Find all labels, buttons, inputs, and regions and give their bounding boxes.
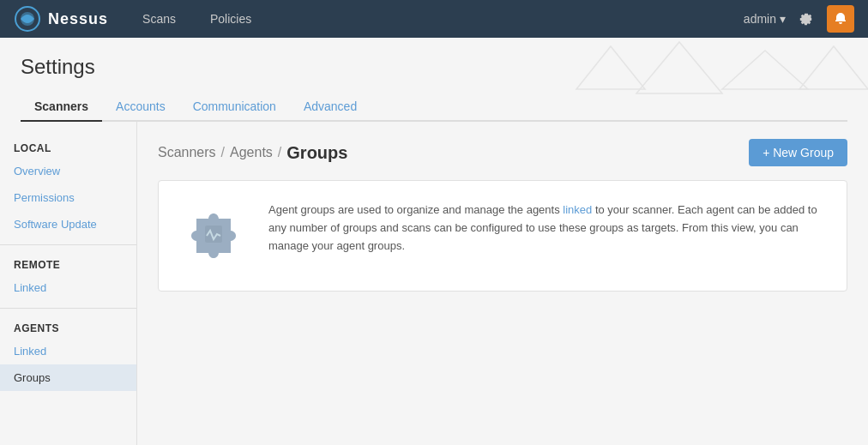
bell-icon xyxy=(834,12,847,26)
tab-scanners[interactable]: Scanners xyxy=(21,93,102,122)
topnav: Nessus Scans Policies admin ▾ xyxy=(0,0,868,38)
logo[interactable]: Nessus xyxy=(14,5,108,33)
nessus-logo-text: Nessus xyxy=(48,10,108,28)
nessus-logo-icon xyxy=(14,5,41,33)
info-text: Agent groups are used to organize and ma… xyxy=(268,201,826,255)
breadcrumb-scanners[interactable]: Scanners xyxy=(158,145,216,160)
breadcrumb-agents[interactable]: Agents xyxy=(230,145,273,160)
breadcrumb-sep-1: / xyxy=(221,145,225,160)
sidebar-item-overview[interactable]: Overview xyxy=(0,158,136,184)
gear-icon xyxy=(799,11,814,27)
sidebar-item-groups[interactable]: Groups xyxy=(0,364,136,391)
sidebar: LOCAL Overview Permissions Software Upda… xyxy=(0,122,137,445)
settings-icon-btn[interactable] xyxy=(793,5,820,33)
notifications-bell-btn[interactable] xyxy=(827,5,854,33)
page-header: Settings Scanners Accounts Communication… xyxy=(0,38,868,122)
breadcrumb-sep-2: / xyxy=(278,145,281,160)
chevron-down-icon: ▾ xyxy=(780,12,786,26)
new-group-button[interactable]: + New Group xyxy=(749,139,847,166)
info-linked-link[interactable]: linked xyxy=(563,203,592,216)
tab-communication[interactable]: Communication xyxy=(179,93,290,122)
info-box: Agent groups are used to organize and ma… xyxy=(158,180,847,292)
settings-tabs: Scanners Accounts Communication Advanced xyxy=(21,93,847,122)
content-area: Scanners / Agents / Groups + New Group xyxy=(137,122,868,445)
sidebar-divider-2 xyxy=(0,308,136,309)
topnav-right: admin ▾ xyxy=(744,5,854,33)
sidebar-local-label: LOCAL xyxy=(0,135,136,158)
main-layout: LOCAL Overview Permissions Software Upda… xyxy=(0,122,868,445)
breadcrumb: Scanners / Agents / Groups xyxy=(158,143,347,163)
tab-accounts[interactable]: Accounts xyxy=(102,93,179,122)
sidebar-divider-1 xyxy=(0,244,136,245)
sidebar-item-linked-agents[interactable]: Linked xyxy=(0,338,136,364)
breadcrumb-row: Scanners / Agents / Groups + New Group xyxy=(158,139,847,166)
info-text-before: Agent groups are used to organize and ma… xyxy=(268,203,563,216)
nav-policies[interactable]: Policies xyxy=(196,5,265,33)
topnav-links: Scans Policies xyxy=(129,5,744,33)
sidebar-agents-label: AGENTS xyxy=(0,316,136,338)
breadcrumb-current: Groups xyxy=(286,143,347,163)
user-label: admin xyxy=(744,12,776,26)
sidebar-remote-label: REMOTE xyxy=(0,252,136,274)
user-menu[interactable]: admin ▾ xyxy=(744,12,786,26)
tab-advanced[interactable]: Advanced xyxy=(290,93,371,122)
agent-groups-icon xyxy=(179,201,248,270)
sidebar-item-permissions[interactable]: Permissions xyxy=(0,184,136,211)
nav-scans[interactable]: Scans xyxy=(129,5,190,33)
sidebar-item-software-update[interactable]: Software Update xyxy=(0,211,136,238)
page-title: Settings xyxy=(21,55,847,79)
sidebar-item-linked-remote[interactable]: Linked xyxy=(0,274,136,301)
